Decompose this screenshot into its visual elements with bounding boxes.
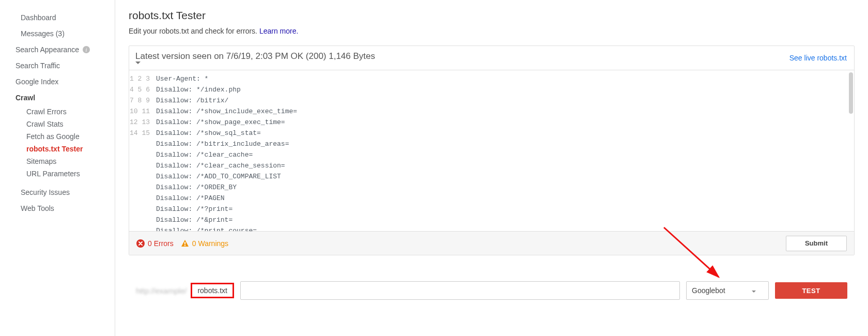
warning-count: 0 Warnings [181,239,228,248]
svg-text:i: i [86,47,87,52]
see-live-robots-link[interactable]: See live robots.txt [789,54,847,62]
sidebar-item-sitemaps[interactable]: Sitemaps [6,155,115,167]
chevron-right-icon [0,80,16,84]
sidebar-item-label: Crawl [16,94,35,102]
sidebar-item-crawl-stats[interactable]: Crawl Stats [6,118,115,130]
sidebar-item-fetch-as-google[interactable]: Fetch as Google [6,130,115,143]
subtitle-text: Edit your robots.txt and check for error… [129,27,259,35]
crawl-subnav: Crawl ErrorsCrawl StatsFetch as Googlero… [0,105,115,180]
robots-editor[interactable]: 1 2 3 4 5 6 7 8 9 10 11 12 13 14 15 User… [129,70,854,231]
sidebar: DashboardMessages (3)Search AppearanceiS… [0,0,115,336]
sidebar-item-label: Messages (3) [0,29,65,38]
status-bar: 0 Errors 0 Warnings Submit [129,231,854,255]
sidebar-item-label: Web Tools [0,204,54,212]
sidebar-item-label: Search Traffic [16,62,60,70]
sidebar-item-label: Dashboard [0,13,56,22]
sidebar-item-web-tools[interactable]: Web Tools [0,200,115,216]
user-agent-value: Googlebot [692,286,725,295]
sidebar-item-label: URL Parameters [6,170,80,178]
sidebar-item-label: Sitemaps [6,157,56,165]
page-title: robots.txt Tester [129,9,855,22]
chevron-down-icon [0,96,16,100]
chevron-right-icon [0,48,16,52]
sidebar-item-google-index[interactable]: Google Index [0,73,115,89]
error-text: 0 Errors [148,239,174,248]
sidebar-item-label: Security Issues [0,188,70,196]
svg-rect-3 [184,242,185,245]
robots-card: Latest version seen on 7/6/19, 2:03 PM O… [129,45,855,255]
sidebar-item-security-issues[interactable]: Security Issues [0,184,115,200]
warning-icon [181,239,189,248]
sidebar-item-dashboard[interactable]: Dashboard [0,9,115,25]
learn-more-link[interactable]: Learn more. [259,27,298,35]
robots-txt-chip: robots.txt [191,283,234,298]
sidebar-item-messages-3[interactable]: Messages (3) [0,25,115,41]
warning-text: 0 Warnings [192,239,228,248]
sidebar-item-label: Crawl Errors [6,108,67,116]
code-area[interactable]: User-Agent: * Disallow: */index.php Disa… [154,70,854,231]
sidebar-item-label: Fetch as Google [6,132,80,141]
version-text: Latest version seen on 7/6/19, 2:03 PM O… [135,51,375,61]
page-subtitle: Edit your robots.txt and check for error… [129,27,855,35]
svg-rect-4 [184,245,185,246]
sidebar-item-url-parameters[interactable]: URL Parameters [6,167,115,180]
main-content: robots.txt Tester Edit your robots.txt a… [115,0,868,336]
user-agent-select[interactable]: Googlebot [686,281,769,300]
test-button[interactable]: TEST [775,282,847,299]
sidebar-item-crawl[interactable]: Crawl [0,89,115,105]
sidebar-item-search-traffic[interactable]: Search Traffic [0,57,115,73]
sidebar-item-label: Google Index [16,78,58,86]
chevron-down-icon [135,62,377,65]
scrollbar-thumb[interactable] [849,72,853,114]
version-row: Latest version seen on 7/6/19, 2:03 PM O… [129,46,854,70]
sidebar-item-label: robots.txt Tester [6,145,83,153]
submit-button[interactable]: Submit [786,236,847,251]
sidebar-item-search-appearance[interactable]: Search Appearancei [0,41,115,57]
line-gutter: 1 2 3 4 5 6 7 8 9 10 11 12 13 14 15 [129,70,154,231]
url-input[interactable] [240,281,680,300]
version-dropdown[interactable]: Latest version seen on 7/6/19, 2:03 PM O… [135,51,377,65]
url-prefix-blurred: http://example/ [136,286,187,295]
chevron-right-icon [0,64,16,68]
info-icon: i [82,45,90,54]
error-count: 0 Errors [136,239,174,248]
sidebar-item-label: Crawl Stats [6,120,64,128]
sidebar-item-robots-txt-tester[interactable]: robots.txt Tester [6,143,115,155]
url-test-row: http://example/ robots.txt Googlebot TES… [129,281,855,300]
error-icon [136,239,145,248]
sidebar-item-label: Search Appearance [16,45,79,54]
sidebar-item-crawl-errors[interactable]: Crawl Errors [6,105,115,118]
chevron-down-icon [752,286,756,295]
